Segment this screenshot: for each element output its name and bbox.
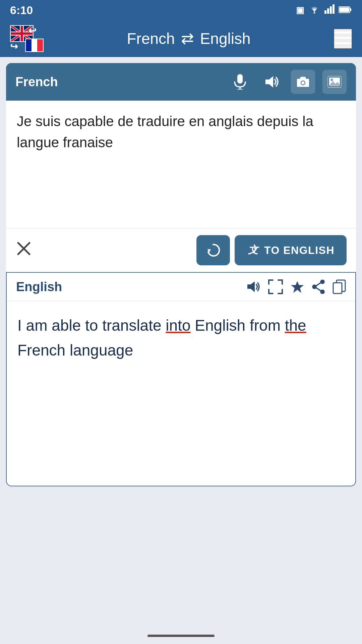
svg-marker-32 (247, 281, 255, 292)
action-buttons: 文 TO ENGLISH (196, 235, 347, 265)
language-flags[interactable]: ↩ ↪ (10, 25, 44, 52)
svg-point-34 (321, 280, 324, 283)
input-header: French (6, 63, 356, 101)
sim-icon: ▣ (296, 5, 304, 15)
input-text-display[interactable]: Je suis capable de traduire en anglais d… (6, 101, 356, 228)
expand-button[interactable] (268, 279, 283, 294)
output-text-display: I am able to translate into English from… (7, 301, 355, 486)
svg-rect-13 (335, 37, 351, 39)
svg-point-36 (313, 285, 316, 288)
nav-title: French ⇄ English (127, 30, 250, 48)
svg-rect-14 (335, 42, 351, 44)
input-panel: French (6, 63, 356, 272)
svg-rect-10 (32, 39, 37, 51)
speaker-button[interactable] (259, 70, 284, 94)
share-button[interactable] (312, 280, 325, 294)
battery-icon (339, 4, 352, 16)
svg-marker-33 (291, 281, 304, 293)
svg-rect-6 (350, 8, 351, 11)
output-panel: English (6, 272, 356, 486)
svg-rect-4 (333, 4, 335, 14)
status-time: 6:10 (10, 4, 33, 17)
camera-button[interactable] (291, 70, 315, 94)
output-header: English (7, 273, 355, 301)
home-indicator (0, 627, 362, 644)
input-icon-group (228, 70, 347, 94)
target-lang-label: English (200, 30, 251, 48)
output-text-into: into (166, 317, 190, 334)
svg-rect-3 (330, 6, 332, 14)
svg-rect-9 (26, 39, 32, 51)
output-text-part3: French language (17, 341, 133, 359)
clear-button[interactable] (15, 240, 32, 261)
svg-rect-1 (324, 10, 326, 14)
svg-rect-2 (327, 8, 329, 14)
fr-flag-icon (25, 39, 44, 52)
translate-label: TO ENGLISH (264, 244, 335, 257)
svg-point-20 (301, 81, 305, 85)
svg-line-38 (316, 288, 321, 291)
input-lang-label: French (15, 75, 58, 89)
output-text-part2: English from (191, 317, 285, 334)
output-speaker-button[interactable] (246, 280, 261, 293)
output-lang-label: English (16, 280, 62, 294)
translate-button[interactable]: 文 TO ENGLISH (235, 235, 347, 265)
output-text-the: the (285, 317, 306, 334)
home-bar (147, 635, 215, 637)
status-icons: ▣ (296, 4, 352, 16)
copy-button[interactable] (333, 279, 346, 294)
swap-overlay2-icon: ↪ (10, 41, 18, 52)
svg-rect-12 (335, 32, 351, 34)
signal-icon (324, 4, 335, 16)
nav-bar: ↩ ↪ French ⇄ English (0, 20, 362, 57)
main-content: French (0, 57, 362, 627)
status-bar: 6:10 ▣ (0, 0, 362, 20)
output-icon-group (246, 279, 346, 294)
svg-marker-18 (265, 76, 273, 88)
svg-rect-11 (37, 39, 43, 51)
source-lang-label: French (127, 30, 175, 48)
input-text: Je suis capable de traduire en anglais d… (17, 113, 313, 150)
input-footer: 文 TO ENGLISH (6, 228, 356, 272)
svg-point-0 (314, 12, 315, 13)
svg-text:文: 文 (248, 244, 259, 255)
svg-rect-40 (333, 283, 342, 293)
wifi-icon (308, 4, 320, 16)
svg-rect-7 (339, 7, 349, 12)
refresh-button[interactable] (196, 235, 230, 265)
microphone-button[interactable] (228, 70, 252, 94)
svg-point-24 (330, 78, 333, 81)
svg-point-35 (321, 290, 324, 293)
svg-line-37 (316, 283, 321, 286)
favorite-button[interactable] (290, 280, 304, 293)
output-text-part1: I am able to translate (17, 317, 166, 334)
menu-button[interactable] (334, 29, 352, 49)
svg-rect-15 (237, 74, 243, 84)
swap-overlay-icon: ↩ (28, 25, 36, 36)
swap-arrows-icon[interactable]: ⇄ (181, 30, 194, 48)
image-button[interactable] (322, 70, 347, 94)
